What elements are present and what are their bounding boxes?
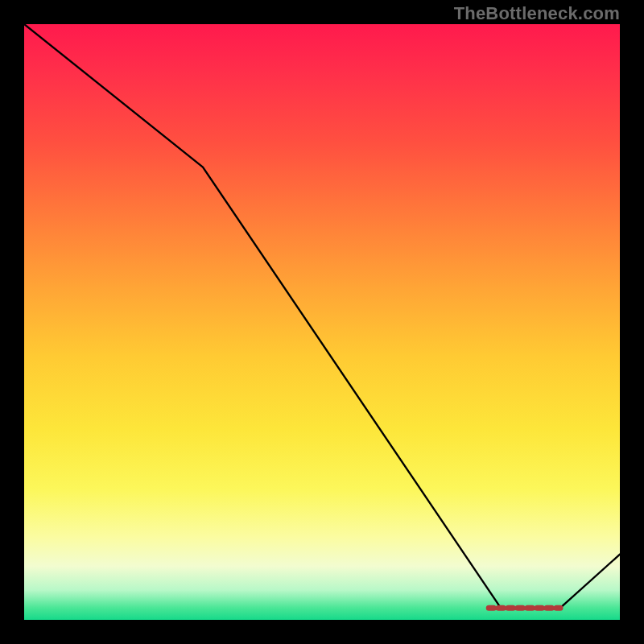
chart-overlay	[24, 24, 620, 620]
bottleneck-curve-line	[24, 24, 620, 608]
watermark-label: TheBottleneck.com	[454, 3, 620, 24]
chart-frame: TheBottleneck.com	[0, 0, 644, 644]
chart-plot-area	[24, 24, 620, 620]
